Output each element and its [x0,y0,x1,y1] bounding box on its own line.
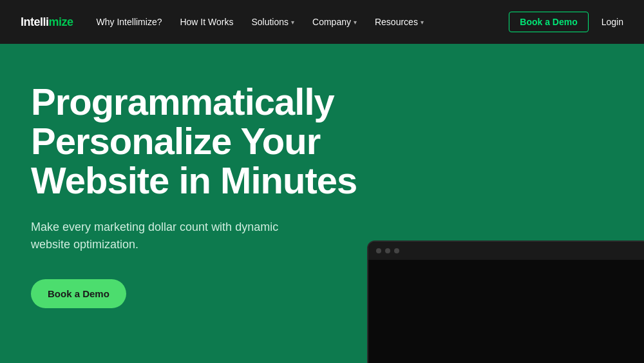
hero-book-demo-button[interactable]: Book a Demo [31,279,126,308]
nav-link-solutions[interactable]: Solutions ▾ [251,17,294,27]
nav-link-company[interactable]: Company ▾ [312,17,357,27]
nav-link-resources[interactable]: Resources ▾ [375,17,424,27]
nav-link-why[interactable]: Why Intellimize? [97,17,162,27]
chevron-down-icon: ▾ [421,19,424,26]
browser-bar [368,242,644,260]
nav-login-button[interactable]: Login [601,17,623,27]
nav-book-demo-button[interactable]: Book a Demo [509,12,588,32]
browser-dot-3 [394,248,399,253]
navigation: Intellimize Why Intellimize? How It Work… [0,0,644,44]
hero-heading: Programmatically Personalize Your Websit… [31,83,366,201]
hero-section: Programmatically Personalize Your Websit… [0,44,644,363]
browser-mockup [367,240,644,363]
nav-right: Book a Demo Login [509,12,623,32]
nav-left: Intellimize Why Intellimize? How It Work… [21,15,424,29]
chevron-down-icon: ▾ [291,19,294,26]
nav-item-resources[interactable]: Resources ▾ [375,17,424,27]
hero-subheading: Make every marketing dollar count with d… [31,219,289,253]
nav-item-how[interactable]: How It Works [180,17,233,27]
nav-link-how[interactable]: How It Works [180,17,233,27]
nav-item-company[interactable]: Company ▾ [312,17,357,27]
browser-dot-2 [385,248,390,253]
nav-links: Why Intellimize? How It Works Solutions … [97,17,424,27]
nav-item-why[interactable]: Why Intellimize? [97,17,162,27]
nav-item-solutions[interactable]: Solutions ▾ [251,17,294,27]
logo[interactable]: Intellimize [21,15,73,29]
hero-content: Programmatically Personalize Your Websit… [31,83,366,308]
browser-dot-1 [376,248,381,253]
chevron-down-icon: ▾ [354,19,357,26]
